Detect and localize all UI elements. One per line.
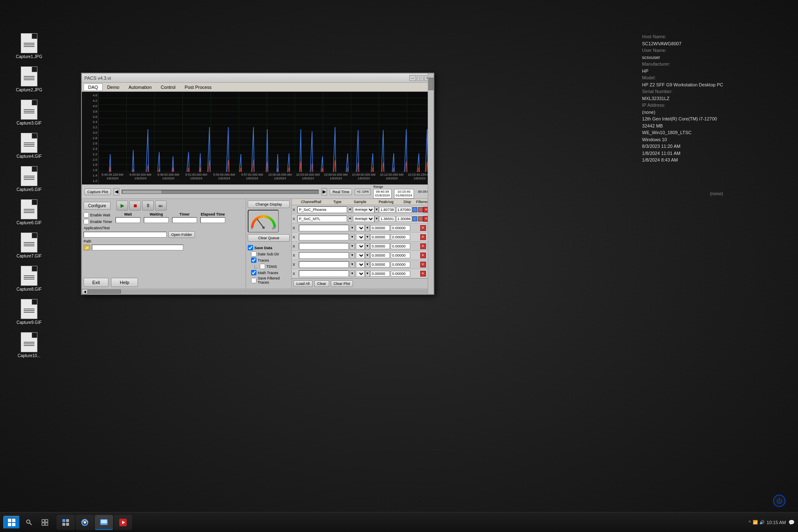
real-time-button[interactable]: Real Time — [330, 189, 352, 195]
row4-channel-input[interactable] — [299, 234, 349, 240]
start-button[interactable] — [3, 516, 20, 529]
row1-color-blue[interactable] — [412, 207, 417, 212]
waiting-value-input[interactable]: 00:00:00 — [144, 217, 169, 223]
taskbar-app-main[interactable] — [95, 515, 113, 530]
save-data-checkbox[interactable] — [248, 245, 253, 250]
taskbar-time[interactable]: 10:15 AM — [767, 520, 786, 525]
row5-type-select[interactable] — [356, 243, 365, 250]
range-end[interactable]: 10:15:4001/08/2024 — [394, 189, 414, 199]
row3-x[interactable]: X — [293, 226, 299, 230]
hscroll-thumb[interactable] — [88, 289, 121, 294]
taskbar-app-widgets[interactable] — [57, 515, 75, 530]
menu-automation[interactable]: Automation — [124, 83, 156, 91]
row5-x[interactable]: X — [293, 244, 299, 248]
enable-wait-checkbox[interactable] — [84, 212, 89, 218]
app-test-input[interactable]: ASUS_Phoenix_MTL — [84, 232, 167, 238]
timer-value-input[interactable]: 00:10:00 — [172, 217, 197, 223]
horizontal-scrollbar[interactable]: ◀ ▶ — [82, 289, 433, 294]
desktop-icon-capture1[interactable]: Capture1.JPG — [12, 33, 46, 59]
clear-button[interactable]: Clear — [314, 280, 329, 287]
desktop-icon-capture4[interactable]: Capture4.GIF — [12, 133, 46, 159]
row3-type-select[interactable] — [356, 225, 365, 231]
stop-button[interactable]: ■ — [129, 201, 141, 211]
chevron-up-icon[interactable]: ^ — [749, 520, 751, 525]
pause-button[interactable]: ⏸ — [142, 201, 154, 211]
exit-button[interactable]: Exit — [84, 278, 108, 287]
row6-channel-input[interactable] — [299, 252, 349, 259]
scroll-left-button[interactable]: ◀ — [113, 188, 119, 196]
row4-type-select[interactable] — [356, 234, 365, 240]
row4-x[interactable]: X — [293, 235, 299, 239]
clear-queue-button[interactable]: Clear Queue — [248, 234, 290, 242]
menu-post-process[interactable]: Post Process — [180, 83, 216, 91]
row2-type-dropdown[interactable]: ▼ — [374, 216, 379, 222]
row2-type-select[interactable]: Average — [353, 216, 374, 222]
menu-daq[interactable]: DAQ — [84, 83, 103, 91]
row8-dropdown-button[interactable]: ▼ — [350, 270, 355, 277]
row2-color-red[interactable] — [418, 216, 423, 221]
menu-control[interactable]: Control — [156, 83, 180, 91]
row3-type-dropdown[interactable]: ▼ — [365, 225, 370, 231]
row7-type-dropdown[interactable]: ▼ — [365, 261, 370, 268]
desktop-icon-capture9[interactable]: Capture9.GIF — [12, 299, 46, 325]
enable-timer-checkbox[interactable] — [84, 219, 89, 224]
row3-channel-input[interactable] — [299, 225, 349, 231]
hscroll-track[interactable] — [88, 289, 428, 294]
taskbar-app-media[interactable] — [114, 515, 132, 530]
capture-plot-button[interactable]: Capture Plot — [84, 189, 111, 195]
taskbar-app-chrome[interactable] — [76, 515, 94, 530]
row3-dropdown-button[interactable]: ▼ — [350, 225, 355, 231]
search-button[interactable] — [22, 516, 37, 529]
row1-dropdown-button[interactable]: ▼ — [348, 206, 352, 213]
desktop-icon-capture8[interactable]: Capture8.GIF — [12, 266, 46, 292]
row5-dropdown-button[interactable]: ▼ — [350, 243, 355, 250]
row6-type-select[interactable] — [356, 252, 365, 259]
row5-type-dropdown[interactable]: ▼ — [365, 243, 370, 250]
chart-scrollbar[interactable] — [122, 190, 319, 194]
row1-color-red[interactable] — [418, 207, 423, 212]
row7-type-select[interactable] — [356, 261, 365, 268]
row6-dropdown-button[interactable]: ▼ — [350, 252, 355, 259]
desktop-icon-capture2[interactable]: Capture2.JPG — [12, 66, 46, 92]
power-button[interactable]: ⏻ — [773, 495, 786, 507]
elapsed-value-input[interactable]: 00:00:25 — [200, 217, 225, 223]
row2-color-blue[interactable] — [412, 216, 417, 221]
row7-x[interactable]: X — [293, 262, 299, 267]
row1-type-dropdown[interactable]: ▼ — [374, 206, 379, 213]
row4-type-dropdown[interactable]: ▼ — [365, 234, 370, 240]
row4-dropdown-button[interactable]: ▼ — [350, 234, 355, 240]
tdms-checkbox[interactable] — [260, 264, 265, 269]
row3-delete-button[interactable]: ✕ — [420, 225, 426, 231]
row6-type-dropdown[interactable]: ▼ — [365, 252, 370, 259]
row2-dropdown-button[interactable]: ▼ — [348, 216, 352, 222]
desktop-icon-capture5[interactable]: Capture5.GIF — [12, 166, 46, 192]
load-all-button[interactable]: Load All — [293, 280, 313, 287]
row6-delete-button[interactable]: ✕ — [420, 253, 426, 258]
hscroll-left[interactable]: ◀ — [82, 289, 88, 294]
vertical-scrollbar[interactable] — [428, 199, 433, 289]
row7-dropdown-button[interactable]: ▼ — [350, 261, 355, 268]
row8-type-select[interactable] — [356, 270, 365, 277]
help-button[interactable]: Help — [111, 278, 138, 287]
row2-channel-input[interactable] — [297, 216, 347, 222]
save-filtered-checkbox[interactable] — [251, 278, 256, 283]
traces-checkbox[interactable] — [251, 257, 256, 263]
row5-delete-button[interactable]: ✕ — [420, 243, 426, 249]
path-input[interactable]: C:\Users\ECSV\USER\Documents\PACS — [92, 245, 183, 250]
row6-x[interactable]: X — [293, 253, 299, 257]
row1-x[interactable]: X — [293, 208, 297, 212]
desktop-icon-capture6[interactable]: Capture6.GIF — [12, 199, 46, 225]
row7-delete-button[interactable]: ✕ — [420, 262, 426, 267]
row7-channel-input[interactable] — [299, 261, 349, 268]
desktop-icon-capture10[interactable]: Capture10... — [12, 332, 46, 358]
row8-channel-input[interactable] — [299, 270, 349, 277]
desktop-icon-capture7[interactable]: Capture7.GIF — [12, 233, 46, 258]
change-display-button[interactable]: Change Display — [248, 201, 290, 208]
range-start[interactable]: 09:40:3901/8/2024 — [373, 189, 392, 199]
notification-icon[interactable]: 💬 — [788, 520, 795, 525]
play-button[interactable]: ▶ — [116, 201, 128, 211]
task-view-button[interactable] — [37, 516, 52, 529]
row8-x[interactable]: X — [293, 272, 299, 276]
skip-button[interactable]: ⏭ — [155, 201, 167, 211]
wait-value-input[interactable]: 00:01:00 — [116, 217, 140, 223]
